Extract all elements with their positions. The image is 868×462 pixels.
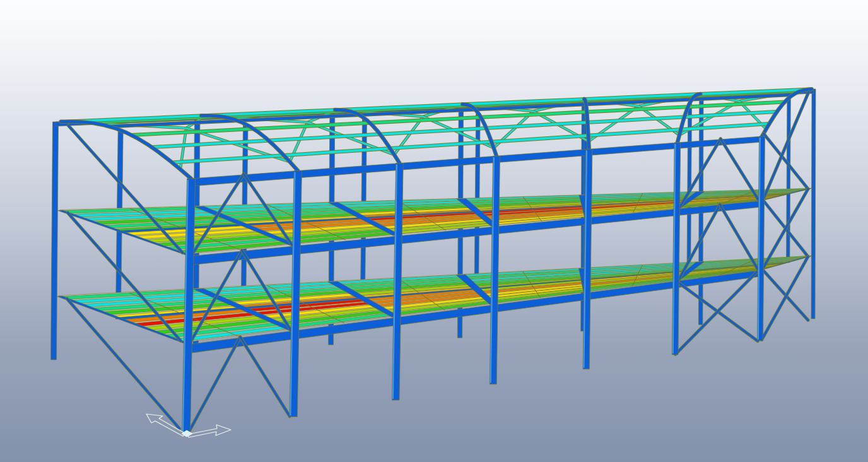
3d-model-viewport[interactable] <box>0 0 868 462</box>
origin-arrow-right <box>188 425 231 437</box>
structural-model-scene <box>0 0 868 462</box>
origin-arrow-left <box>146 414 185 436</box>
